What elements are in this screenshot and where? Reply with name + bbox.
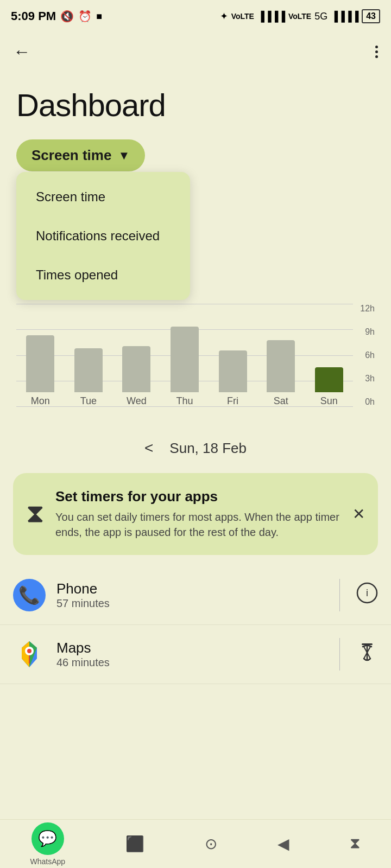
nav-back-icon: ◀ (278, 835, 289, 853)
bar-group-tue: Tue (65, 348, 113, 407)
bar-sat (267, 340, 295, 392)
bar-mon (26, 335, 54, 392)
bar-wed (122, 346, 150, 392)
timer-card-description: You can set daily timers for most apps. … (55, 509, 342, 540)
app-bar: ← (0, 33, 391, 71)
dropdown-item-screen-time[interactable]: Screen time (16, 177, 190, 216)
app-list: 📞 Phone 57 minutes i Ma (0, 566, 391, 738)
status-bar: 5:09 PM 🔇 ⏰ ■ ✦ VoLTE ▐▐▐▐ VoLTE 5G ▐▐▐▐… (0, 0, 391, 33)
svg-point-3 (27, 649, 31, 653)
bar-label-sun: Sun (320, 395, 338, 407)
phone-app-icon: 📞 (13, 579, 46, 611)
timer-hourglass-icon: ⧗ (26, 499, 45, 529)
more-button[interactable] (375, 46, 378, 58)
bar-group-mon: Mon (16, 335, 65, 407)
nav-back[interactable]: ◀ (278, 835, 289, 853)
nav-timer-icon: ⧗ (350, 835, 361, 853)
mute-icon: 🔇 (60, 10, 74, 23)
y-label-0h: 0h (365, 397, 375, 407)
bar-label-thu: Thu (176, 395, 193, 407)
app-item-maps: Maps 46 minutes (0, 625, 391, 684)
timer-card: ⧗ Set timers for your apps You can set d… (13, 473, 378, 555)
chart-y-labels: 12h 9h 6h 3h 0h (353, 304, 375, 407)
screen-time-dropdown-button[interactable]: Screen time ▼ (16, 139, 145, 171)
whatsapp-icon: 💬 (31, 822, 64, 855)
maps-app-info: Maps 46 minutes (56, 640, 323, 669)
app-item-phone: 📞 Phone 57 minutes i (0, 566, 391, 625)
y-label-6h: 6h (365, 350, 375, 360)
maps-app-name: Maps (56, 640, 323, 656)
bar-label-mon: Mon (31, 395, 50, 407)
y-label-3h: 3h (365, 374, 375, 384)
bar-label-tue: Tue (80, 395, 97, 407)
dot-3 (375, 55, 378, 58)
bar-group-sun: Sun (305, 367, 353, 407)
dropdown-item-times-opened[interactable]: Times opened (16, 256, 190, 295)
phone-divider (339, 579, 340, 611)
dropdown-arrow-icon: ▼ (118, 149, 130, 163)
volte-icon-2: VoLTE (288, 12, 311, 21)
maps-app-icon (13, 638, 46, 671)
timer-card-title: Set timers for your apps (55, 488, 342, 505)
signal-icon-1: ▐▐▐▐ (257, 11, 285, 22)
bar-group-wed: Wed (112, 346, 161, 407)
bar-fri (219, 350, 247, 393)
bar-label-fri: Fri (227, 395, 238, 407)
maps-divider (339, 638, 340, 671)
dropdown-item-notifications[interactable]: Notifications received (16, 216, 190, 256)
bluetooth-icon: ✦ (220, 10, 228, 22)
chart-container: MonTueWedThuFriSatSun 12h 9h 6h 3h 0h (16, 304, 375, 423)
bar-thu (171, 327, 199, 392)
nav-whatsapp-label: WhatsApp (30, 857, 66, 866)
dot-1 (375, 46, 378, 48)
back-button[interactable]: ← (13, 42, 30, 62)
stop-icon: ■ (96, 11, 102, 22)
volte-icon: VoLTE (231, 12, 254, 21)
timer-content: Set timers for your apps You can set dai… (55, 488, 342, 540)
y-label-9h: 9h (365, 327, 375, 337)
bar-group-fri: Fri (209, 350, 257, 407)
bar-sun (315, 367, 343, 393)
date-nav-date: Sun, 18 Feb (169, 440, 247, 457)
battery-indicator: 43 (362, 9, 380, 23)
date-nav: < Sun, 18 Feb (0, 423, 391, 468)
bar-tue (74, 348, 103, 392)
signal-icon-2: 5G (314, 11, 327, 22)
bottom-nav: 💬 WhatsApp ⬛ ⊙ ◀ ⧗ (0, 819, 391, 868)
phone-app-time: 57 minutes (56, 597, 323, 610)
nav-camera[interactable]: ⊙ (205, 835, 217, 853)
maps-timer-button[interactable] (356, 641, 378, 667)
dot-2 (375, 50, 378, 53)
svg-text:i: i (366, 588, 368, 598)
chart-bars: MonTueWedThuFriSatSun (16, 304, 353, 407)
status-left: 5:09 PM 🔇 ⏰ ■ (11, 9, 102, 23)
dropdown-area: Screen time ▼ Screen time Notifications … (0, 134, 391, 171)
date-nav-left-arrow[interactable]: < (144, 439, 153, 457)
signal-bars-2: ▐▐▐▐ (331, 11, 358, 22)
bar-group-sat: Sat (257, 340, 305, 407)
bar-group-thu: Thu (161, 327, 209, 407)
alarm-icon: ⏰ (78, 10, 92, 23)
bar-label-wed: Wed (127, 395, 147, 407)
phone-app-name: Phone (56, 580, 323, 597)
bar-label-sat: Sat (274, 395, 288, 407)
home-icon: ⬛ (125, 835, 144, 853)
phone-info-button[interactable]: i (356, 582, 378, 608)
nav-home[interactable]: ⬛ (125, 835, 144, 853)
status-time: 5:09 PM (11, 9, 56, 23)
phone-app-info: Phone 57 minutes (56, 580, 323, 610)
timer-card-close-button[interactable]: ✕ (352, 505, 365, 523)
maps-app-time: 46 minutes (56, 656, 323, 669)
status-right: ✦ VoLTE ▐▐▐▐ VoLTE 5G ▐▐▐▐ 43 (220, 9, 380, 23)
camera-icon: ⊙ (205, 835, 217, 853)
page-title: Dashboard (0, 71, 391, 134)
nav-whatsapp[interactable]: 💬 WhatsApp (30, 822, 66, 866)
y-label-12h: 12h (360, 304, 375, 314)
dropdown-menu: Screen time Notifications received Times… (16, 172, 190, 300)
nav-timer[interactable]: ⧗ (350, 835, 361, 853)
dropdown-button-label: Screen time (31, 147, 111, 164)
